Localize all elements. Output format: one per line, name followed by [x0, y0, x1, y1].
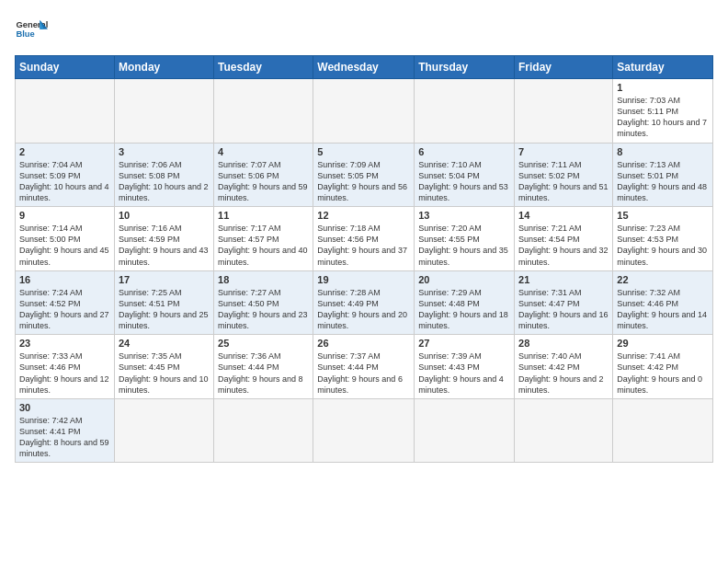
calendar-cell: 21Sunrise: 7:31 AM Sunset: 4:47 PM Dayli…: [515, 270, 613, 335]
calendar-cell: [313, 398, 415, 463]
day-header-sunday: Sunday: [16, 56, 115, 79]
calendar-cell: 30Sunrise: 7:42 AM Sunset: 4:41 PM Dayli…: [16, 398, 115, 463]
calendar-cell: [613, 398, 713, 463]
day-number: 14: [518, 210, 609, 221]
day-info: Sunrise: 7:11 AM Sunset: 5:02 PM Dayligh…: [518, 159, 609, 204]
calendar-cell: [415, 398, 515, 463]
calendar-cell: [515, 398, 613, 463]
day-number: 5: [317, 146, 410, 157]
calendar-cell: [313, 79, 415, 144]
day-info: Sunrise: 7:39 AM Sunset: 4:43 PM Dayligh…: [418, 350, 510, 396]
day-info: Sunrise: 7:03 AM Sunset: 5:11 PM Dayligh…: [617, 95, 709, 140]
calendar-cell: [16, 79, 115, 144]
day-header-thursday: Thursday: [415, 56, 515, 79]
calendar-cell: 12Sunrise: 7:18 AM Sunset: 4:56 PM Dayli…: [313, 207, 415, 271]
day-info: Sunrise: 7:24 AM Sunset: 4:52 PM Dayligh…: [19, 287, 110, 332]
calendar-cell: 19Sunrise: 7:28 AM Sunset: 4:49 PM Dayli…: [313, 270, 415, 335]
day-info: Sunrise: 7:13 AM Sunset: 5:01 PM Dayligh…: [617, 159, 709, 204]
calendar-cell: 2Sunrise: 7:04 AM Sunset: 5:09 PM Daylig…: [16, 143, 115, 207]
day-info: Sunrise: 7:23 AM Sunset: 4:53 PM Dayligh…: [617, 223, 709, 268]
calendar-header-row: SundayMondayTuesdayWednesdayThursdayFrid…: [16, 56, 713, 79]
calendar-cell: 27Sunrise: 7:39 AM Sunset: 4:43 PM Dayli…: [415, 335, 515, 399]
day-number: 29: [617, 338, 709, 349]
day-header-tuesday: Tuesday: [214, 56, 313, 79]
day-header-wednesday: Wednesday: [313, 56, 415, 79]
day-number: 9: [19, 210, 110, 221]
day-info: Sunrise: 7:09 AM Sunset: 5:05 PM Dayligh…: [317, 159, 410, 204]
day-number: 17: [119, 274, 210, 285]
calendar-cell: 8Sunrise: 7:13 AM Sunset: 5:01 PM Daylig…: [613, 143, 713, 207]
day-header-saturday: Saturday: [613, 56, 713, 79]
calendar-cell: 14Sunrise: 7:21 AM Sunset: 4:54 PM Dayli…: [515, 207, 613, 271]
calendar-cell: 20Sunrise: 7:29 AM Sunset: 4:48 PM Dayli…: [415, 270, 515, 335]
day-info: Sunrise: 7:28 AM Sunset: 4:49 PM Dayligh…: [317, 287, 410, 332]
calendar-cell: 4Sunrise: 7:07 AM Sunset: 5:06 PM Daylig…: [214, 143, 313, 207]
calendar-week-row: 23Sunrise: 7:33 AM Sunset: 4:46 PM Dayli…: [16, 335, 713, 399]
calendar-week-row: 2Sunrise: 7:04 AM Sunset: 5:09 PM Daylig…: [16, 143, 713, 207]
day-info: Sunrise: 7:10 AM Sunset: 5:04 PM Dayligh…: [418, 159, 510, 204]
day-number: 3: [119, 146, 210, 157]
day-number: 22: [617, 274, 709, 285]
day-number: 10: [119, 210, 210, 221]
day-number: 2: [19, 146, 110, 157]
day-number: 18: [218, 274, 309, 285]
day-number: 12: [317, 210, 410, 221]
day-number: 15: [617, 210, 709, 221]
day-number: 7: [518, 146, 609, 157]
day-number: 24: [119, 338, 210, 349]
calendar-cell: 15Sunrise: 7:23 AM Sunset: 4:53 PM Dayli…: [613, 207, 713, 271]
day-info: Sunrise: 7:14 AM Sunset: 5:00 PM Dayligh…: [19, 223, 110, 268]
calendar-cell: 13Sunrise: 7:20 AM Sunset: 4:55 PM Dayli…: [415, 207, 515, 271]
svg-text:Blue: Blue: [16, 29, 34, 39]
calendar-week-row: 9Sunrise: 7:14 AM Sunset: 5:00 PM Daylig…: [16, 207, 713, 271]
page-header: General Blue: [15, 15, 713, 48]
calendar-cell: 26Sunrise: 7:37 AM Sunset: 4:44 PM Dayli…: [313, 335, 415, 399]
calendar-cell: 16Sunrise: 7:24 AM Sunset: 4:52 PM Dayli…: [16, 270, 115, 335]
calendar-cell: 7Sunrise: 7:11 AM Sunset: 5:02 PM Daylig…: [515, 143, 613, 207]
day-info: Sunrise: 7:41 AM Sunset: 4:42 PM Dayligh…: [617, 350, 709, 396]
day-number: 25: [218, 338, 309, 349]
day-info: Sunrise: 7:25 AM Sunset: 4:51 PM Dayligh…: [119, 287, 210, 332]
calendar-cell: 23Sunrise: 7:33 AM Sunset: 4:46 PM Dayli…: [16, 335, 115, 399]
calendar-cell: 10Sunrise: 7:16 AM Sunset: 4:59 PM Dayli…: [114, 207, 213, 271]
calendar-cell: 1Sunrise: 7:03 AM Sunset: 5:11 PM Daylig…: [613, 79, 713, 144]
day-info: Sunrise: 7:29 AM Sunset: 4:48 PM Dayligh…: [418, 287, 510, 332]
calendar-cell: 17Sunrise: 7:25 AM Sunset: 4:51 PM Dayli…: [114, 270, 213, 335]
calendar-cell: 25Sunrise: 7:36 AM Sunset: 4:44 PM Dayli…: [214, 335, 313, 399]
day-number: 13: [418, 210, 510, 221]
day-number: 20: [418, 274, 510, 285]
day-info: Sunrise: 7:06 AM Sunset: 5:08 PM Dayligh…: [119, 159, 210, 204]
day-info: Sunrise: 7:32 AM Sunset: 4:46 PM Dayligh…: [617, 287, 709, 332]
calendar-cell: [114, 79, 213, 144]
day-number: 30: [19, 402, 110, 413]
day-info: Sunrise: 7:27 AM Sunset: 4:50 PM Dayligh…: [218, 287, 309, 332]
calendar-cell: 22Sunrise: 7:32 AM Sunset: 4:46 PM Dayli…: [613, 270, 713, 335]
calendar-cell: [214, 79, 313, 144]
day-header-monday: Monday: [114, 56, 213, 79]
day-info: Sunrise: 7:17 AM Sunset: 4:57 PM Dayligh…: [218, 223, 309, 268]
calendar-cell: 5Sunrise: 7:09 AM Sunset: 5:05 PM Daylig…: [313, 143, 415, 207]
day-header-friday: Friday: [515, 56, 613, 79]
day-info: Sunrise: 7:40 AM Sunset: 4:42 PM Dayligh…: [518, 350, 609, 396]
day-number: 6: [418, 146, 510, 157]
calendar-cell: 18Sunrise: 7:27 AM Sunset: 4:50 PM Dayli…: [214, 270, 313, 335]
day-info: Sunrise: 7:37 AM Sunset: 4:44 PM Dayligh…: [317, 350, 410, 396]
day-info: Sunrise: 7:31 AM Sunset: 4:47 PM Dayligh…: [518, 287, 609, 332]
calendar-table: SundayMondayTuesdayWednesdayThursdayFrid…: [15, 55, 713, 463]
day-info: Sunrise: 7:42 AM Sunset: 4:41 PM Dayligh…: [19, 415, 110, 460]
calendar-cell: 28Sunrise: 7:40 AM Sunset: 4:42 PM Dayli…: [515, 335, 613, 399]
day-number: 28: [518, 338, 609, 349]
day-info: Sunrise: 7:04 AM Sunset: 5:09 PM Dayligh…: [19, 159, 110, 204]
calendar-cell: [114, 398, 213, 463]
day-info: Sunrise: 7:33 AM Sunset: 4:46 PM Dayligh…: [19, 350, 110, 396]
calendar-cell: 3Sunrise: 7:06 AM Sunset: 5:08 PM Daylig…: [114, 143, 213, 207]
day-info: Sunrise: 7:07 AM Sunset: 5:06 PM Dayligh…: [218, 159, 309, 204]
calendar-week-row: 1Sunrise: 7:03 AM Sunset: 5:11 PM Daylig…: [16, 79, 713, 144]
day-info: Sunrise: 7:16 AM Sunset: 4:59 PM Dayligh…: [119, 223, 210, 268]
calendar-week-row: 16Sunrise: 7:24 AM Sunset: 4:52 PM Dayli…: [16, 270, 713, 335]
calendar-cell: 24Sunrise: 7:35 AM Sunset: 4:45 PM Dayli…: [114, 335, 213, 399]
day-number: 16: [19, 274, 110, 285]
day-info: Sunrise: 7:18 AM Sunset: 4:56 PM Dayligh…: [317, 223, 410, 268]
day-info: Sunrise: 7:21 AM Sunset: 4:54 PM Dayligh…: [518, 223, 609, 268]
generalblue-logo-icon: General Blue: [15, 15, 48, 48]
